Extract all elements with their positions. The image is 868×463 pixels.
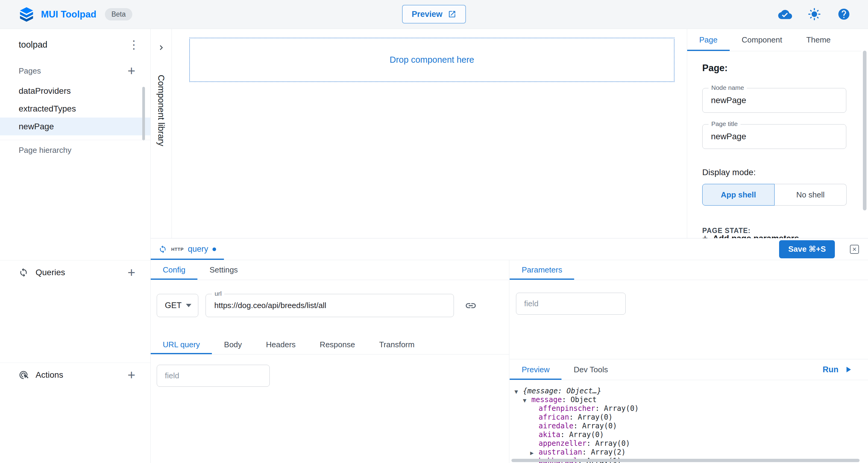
http-method-select[interactable]: GET [157,294,198,317]
cloud-sync-done-icon[interactable] [778,7,792,22]
json-preview-tree: ▼{message: Object…} ▼messageObject affen… [510,387,868,463]
page-canvas: Drop component here [172,29,687,238]
json-tree-row[interactable]: appenzellerArray(0) [510,439,868,448]
display-mode-label: Display mode: [702,167,846,177]
sidebar-scrollbar-thumb[interactable] [142,87,145,141]
page-hierarchy-label: Page hierarchy [19,146,71,155]
run-button[interactable]: Run [823,365,853,374]
json-key: appenzeller [538,439,595,447]
app-header: MUI Toolpad Beta Preview [0,0,868,29]
project-menu-kebab-icon[interactable] [128,39,137,50]
node-name-input[interactable] [703,88,846,113]
tab-dev-tools[interactable]: Dev Tools [561,359,620,380]
help-icon[interactable] [837,7,851,22]
tab-theme[interactable]: Theme [794,29,843,51]
app-title: MUI Toolpad [41,9,96,20]
expand-arrow-icon[interactable]: ▶ [530,449,538,458]
preview-horizontal-scrollbar-thumb[interactable] [512,459,860,462]
json-value: Array(0) [578,413,613,422]
toggle-app-shell-label: App shell [721,190,756,199]
json-key: affenpinscher [538,404,604,413]
json-key: akita [538,430,569,439]
open-in-new-icon [448,10,456,19]
tab-parameters[interactable]: Parameters [510,260,574,280]
page-item-label: newPage [19,122,54,131]
json-tree-row[interactable]: airedaleArray(0) [510,422,868,430]
expand-arrow-icon[interactable]: ▼ [515,388,523,396]
tab-theme-label: Theme [806,35,831,44]
query-editor-header: HTTP query Save ⌘+S [151,239,868,260]
tab-settings-label: Settings [210,265,238,275]
pages-section-header: Pages [0,60,150,82]
tab-body[interactable]: Body [212,335,254,354]
tab-transform[interactable]: Transform [367,335,427,354]
sidebar-item-newpage[interactable]: newPage [0,118,150,135]
tab-settings[interactable]: Settings [197,260,250,280]
tab-transform-label: Transform [379,340,415,349]
tab-page[interactable]: Page [687,29,730,51]
page-item-label: dataProviders [19,86,71,96]
inspector-scrollbar-thumb[interactable] [863,51,867,210]
tab-preview[interactable]: Preview [510,359,561,380]
add-query-icon[interactable] [126,266,137,279]
json-value: Array(0) [604,404,639,413]
pages-section-label: Pages [19,66,41,76]
preview-button[interactable]: Preview [402,5,466,24]
json-key: african [538,413,578,422]
url-input[interactable] [206,294,454,317]
add-page-parameters-button[interactable]: Add page parameters [702,233,799,238]
inspector-panel: Page Component Theme Page: Node name Pag… [687,29,861,238]
json-tree-row[interactable]: affenpinscherArray(0) [510,404,868,413]
add-page-icon[interactable] [126,64,137,78]
json-value: Array(0) [582,422,617,430]
page-hierarchy-row[interactable]: Page hierarchy [0,141,150,160]
http-method-value: GET [165,301,182,310]
expand-arrow-icon[interactable]: ▼ [523,396,531,405]
tab-query[interactable]: HTTP query [151,239,224,260]
query-config-pane: Config Settings GET url URL query Body H… [151,260,509,463]
tab-config[interactable]: Config [151,260,197,280]
tab-response[interactable]: Response [308,335,367,354]
json-tree-row[interactable]: ▶australianArray(2) [510,448,868,457]
drop-zone-text: Drop component here [390,55,474,65]
tab-component-label: Component [742,35,782,44]
header-icon-group [778,7,851,22]
json-tree-row[interactable]: ▼messageObject [510,396,868,404]
tab-component[interactable]: Component [730,29,794,51]
sidebar-item-extractedtypes[interactable]: extractedTypes [0,100,150,118]
json-tree-row[interactable]: africanArray(0) [510,413,868,422]
theme-light-mode-icon[interactable] [808,7,822,22]
component-library-strip[interactable]: Component library [151,29,172,238]
save-button[interactable]: Save ⌘+S [779,240,835,258]
json-root-preview: {message: Object…} [523,387,601,395]
toggle-no-shell-label: No shell [796,190,825,199]
url-query-field-input[interactable] [157,365,270,387]
page-title-label: Page title [709,120,741,127]
drop-zone[interactable]: Drop component here [189,38,675,82]
parameter-field-input[interactable] [516,293,626,315]
node-name-field: Node name [702,88,846,113]
queries-section-header[interactable]: Queries [0,260,150,284]
toggle-app-shell[interactable]: App shell [702,184,775,206]
page-title-input[interactable] [703,124,846,149]
chevron-right-icon [156,43,166,53]
json-key: airedale [538,422,582,430]
parameters-tabbar: Parameters [510,260,868,280]
add-page-parameters-label: Add page parameters [713,234,799,239]
toggle-no-shell[interactable]: No shell [775,184,846,206]
actions-section-header[interactable]: Actions [0,363,150,387]
add-action-icon[interactable] [126,368,137,381]
link-icon[interactable] [465,300,477,312]
tab-preview-label: Preview [522,365,550,374]
tab-parameters-label: Parameters [522,265,562,275]
json-tree-row[interactable]: ▼{message: Object…} [510,387,868,396]
result-tabbar: Preview Dev Tools [510,359,620,380]
tab-dev-tools-label: Dev Tools [574,365,608,374]
json-tree-row[interactable]: akitaArray(0) [510,430,868,439]
sidebar-item-dataproviders[interactable]: dataProviders [0,82,150,100]
inspector-tabbar: Page Component Theme [687,29,861,51]
close-panel-icon[interactable] [850,245,859,254]
tab-headers[interactable]: Headers [254,335,308,354]
tab-url-query[interactable]: URL query [151,335,212,354]
actions-section-label: Actions [36,370,63,380]
